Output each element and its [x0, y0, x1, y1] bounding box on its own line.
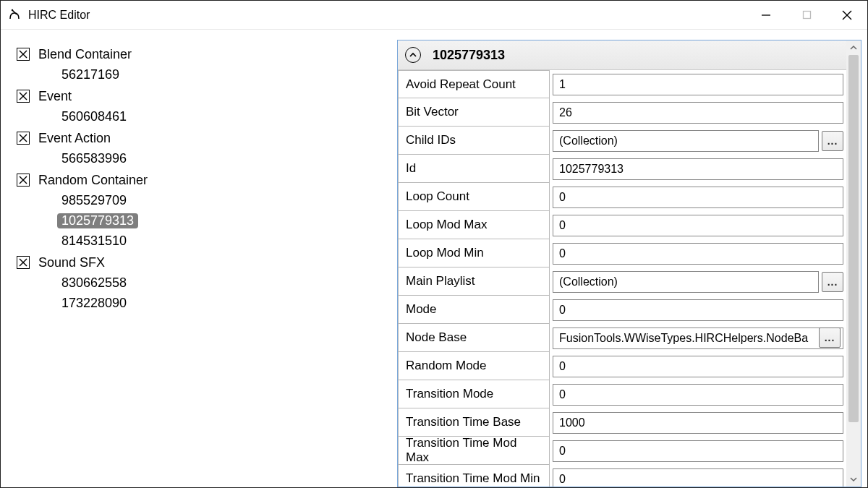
browse-button[interactable]: ... — [819, 328, 841, 348]
app-window: HIRC Editor Blend Container — [0, 0, 868, 488]
collapse-icon[interactable] — [17, 256, 30, 269]
tree-group-header[interactable]: Event — [17, 86, 397, 106]
window-title: HIRC Editor — [28, 9, 90, 22]
property-value-input[interactable] — [553, 468, 843, 487]
collapse-icon[interactable] — [17, 132, 30, 145]
property-value-cell: ... — [550, 267, 846, 296]
property-label: Loop Mod Min — [398, 239, 550, 267]
property-value-cell: ... — [550, 324, 846, 352]
property-value-cell — [550, 437, 846, 465]
tree-group: Event Action 566583996 — [17, 128, 397, 168]
property-value-input[interactable] — [553, 271, 819, 293]
object-tree[interactable]: Blend Container 56217169 Event 560608461 — [1, 30, 397, 487]
property-label: Loop Mod Max — [398, 211, 550, 239]
minimize-button[interactable] — [746, 1, 786, 30]
tree-group-header[interactable]: Sound SFX — [17, 252, 397, 273]
property-row: Id — [398, 155, 846, 183]
property-value-input[interactable] — [553, 299, 843, 321]
scroll-up-icon[interactable] — [846, 40, 861, 55]
collapse-icon[interactable] — [17, 174, 30, 187]
app-icon — [8, 9, 21, 22]
scroll-thumb[interactable] — [848, 55, 859, 422]
property-value-input[interactable] — [553, 102, 843, 124]
chevron-up-icon[interactable] — [405, 47, 421, 63]
close-button[interactable] — [827, 1, 867, 30]
property-label: Id — [398, 155, 550, 183]
tree-group-label: Event Action — [38, 131, 111, 146]
property-row: Transition Time Base — [398, 408, 846, 437]
tree-item-label: 1025779313 — [57, 213, 138, 228]
svg-rect-3 — [803, 12, 810, 19]
tree-group: Event 560608461 — [17, 86, 397, 127]
tree-item[interactable]: 173228090 — [17, 293, 397, 313]
scroll-down-icon[interactable] — [846, 472, 861, 487]
property-value-input[interactable] — [553, 187, 843, 208]
property-row: Transition Time Mod Min — [398, 465, 846, 487]
body: Blend Container 56217169 Event 560608461 — [1, 30, 867, 487]
property-label: Avoid Repeat Count — [398, 70, 550, 98]
property-value-cell — [550, 183, 846, 211]
property-value-input[interactable] — [553, 412, 843, 434]
property-header-title: 1025779313 — [433, 48, 505, 63]
property-value-input[interactable] — [553, 74, 843, 95]
property-value-input[interactable] — [553, 328, 843, 349]
tree-item[interactable]: 830662558 — [17, 273, 397, 293]
property-value-cell — [550, 408, 846, 437]
property-label: Mode — [398, 296, 550, 324]
property-value-cell — [550, 239, 846, 267]
property-row: Loop Count — [398, 183, 846, 211]
collapse-icon[interactable] — [17, 90, 30, 103]
tree-item[interactable]: 560608461 — [17, 106, 397, 127]
property-value-cell — [550, 98, 846, 127]
collapse-icon[interactable] — [17, 48, 30, 61]
property-label: Transition Mode — [398, 380, 550, 408]
property-label: Node Base — [398, 324, 550, 352]
property-value-cell — [550, 352, 846, 380]
tree-item-label: 566583996 — [57, 151, 131, 166]
tree-group-header[interactable]: Random Container — [17, 170, 397, 190]
tree-item-label: 830662558 — [57, 275, 131, 291]
svg-point-1 — [12, 9, 13, 10]
property-value-input[interactable] — [553, 384, 843, 406]
tree-item[interactable]: 814531510 — [17, 231, 397, 251]
property-header[interactable]: 1025779313 — [398, 40, 846, 70]
tree-group-header[interactable]: Event Action — [17, 128, 397, 148]
browse-button[interactable]: ... — [822, 272, 843, 292]
property-value-cell — [550, 380, 846, 408]
property-panel: 1025779313 Avoid Repeat CountBit VectorC… — [397, 40, 861, 487]
tree-item-label: 985529709 — [57, 193, 131, 208]
scroll-track[interactable] — [846, 55, 861, 472]
property-value-input[interactable] — [553, 158, 843, 180]
property-value-cell — [550, 211, 846, 239]
tree-item[interactable]: 985529709 — [17, 190, 397, 210]
tree-item[interactable]: 566583996 — [17, 148, 397, 168]
property-label: Child IDs — [398, 127, 550, 155]
property-row: Mode — [398, 296, 846, 324]
property-row: Child IDs... — [398, 127, 846, 155]
property-rows: Avoid Repeat CountBit VectorChild IDs...… — [398, 70, 846, 487]
tree-group: Sound SFX 830662558 173228090 — [17, 252, 397, 313]
property-value-input[interactable] — [553, 440, 843, 462]
property-value-input[interactable] — [553, 356, 843, 377]
tree-item-label: 173228090 — [57, 296, 131, 311]
property-value-input[interactable] — [553, 215, 843, 236]
property-label: Bit Vector — [398, 98, 550, 127]
tree-item[interactable]: 56217169 — [17, 64, 397, 85]
property-row: Node Base... — [398, 324, 846, 352]
tree-group-label: Random Container — [38, 173, 148, 188]
property-row: Random Mode — [398, 352, 846, 380]
property-label: Transition Time Mod Min — [398, 465, 550, 487]
tree-item[interactable]: 1025779313 — [17, 210, 397, 231]
property-row: Loop Mod Min — [398, 239, 846, 267]
property-value-input[interactable] — [553, 130, 819, 152]
property-label: Loop Count — [398, 183, 550, 211]
maximize-button[interactable] — [786, 1, 827, 30]
vertical-scrollbar[interactable] — [846, 40, 861, 487]
tree-group: Random Container 985529709 1025779313 81… — [17, 170, 397, 251]
property-value-cell: ... — [550, 127, 846, 155]
property-value-input[interactable] — [553, 243, 843, 265]
property-label: Random Mode — [398, 352, 550, 380]
tree-group-header[interactable]: Blend Container — [17, 44, 397, 64]
browse-button[interactable]: ... — [822, 131, 843, 151]
property-row: Transition Mode — [398, 380, 846, 408]
